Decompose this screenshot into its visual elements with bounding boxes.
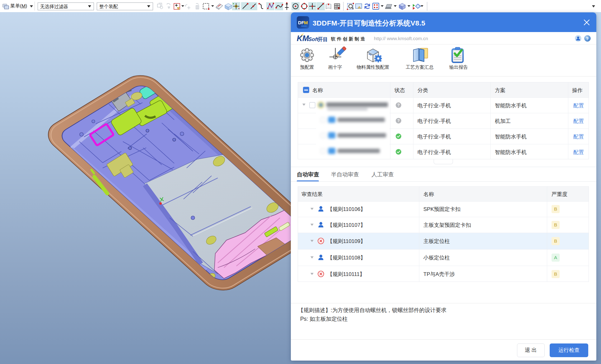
svg-text:开目: 开目 bbox=[318, 37, 328, 42]
svg-text:?: ? bbox=[586, 36, 589, 41]
svg-text:M: M bbox=[304, 20, 308, 25]
svg-text:KM: KM bbox=[297, 34, 309, 43]
svg-text:Soft: Soft bbox=[308, 36, 319, 42]
svg-text:DF: DF bbox=[298, 20, 304, 25]
